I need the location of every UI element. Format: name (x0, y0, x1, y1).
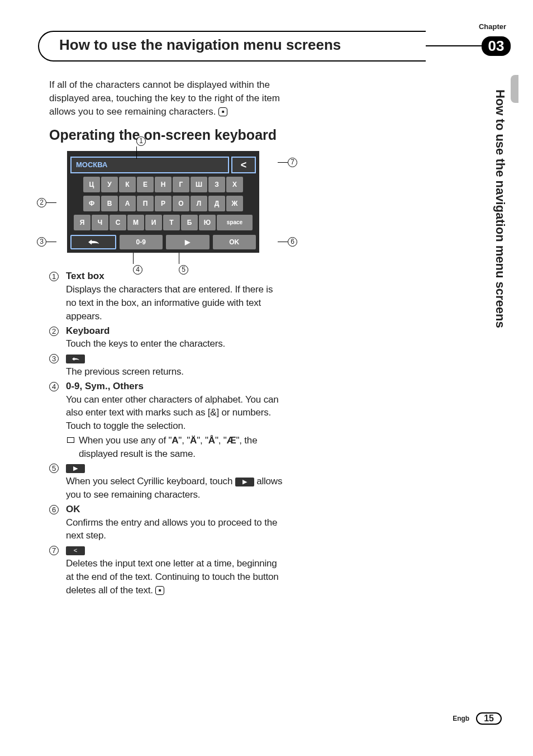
key-Г[interactable]: Г (173, 177, 189, 192)
item-desc: When you select Cyrillic keyboard, touch… (66, 475, 284, 502)
key-Я[interactable]: Я (74, 215, 91, 230)
delete-icon: < (66, 546, 85, 555)
back-button[interactable] (70, 235, 116, 249)
callout-3: 3 (37, 237, 46, 247)
item-title: OK (66, 503, 284, 516)
key-Ф[interactable]: Ф (83, 196, 100, 211)
item-desc: Touch the keys to enter the characters. (66, 337, 284, 351)
key-П[interactable]: П (137, 196, 154, 211)
key-Д[interactable]: Д (208, 196, 225, 211)
list-item: 6OKConfirms the entry and allows you to … (49, 503, 284, 542)
key-Е[interactable]: Е (137, 177, 154, 192)
key-Н[interactable]: Н (155, 177, 172, 192)
page-number: 15 (476, 712, 502, 725)
item-title: 0-9, Sym., Others (66, 380, 284, 393)
item-desc: The previous screen returns. (66, 365, 284, 379)
key-Т[interactable]: Т (163, 215, 180, 230)
item-number: 1 (49, 272, 59, 281)
list-item: 5▶When you select Cyrillic keyboard, tou… (49, 461, 284, 501)
item-note: When you use any of "A", "Ä", "Å", "Æ", … (79, 434, 284, 461)
keyboard-diagram: МОСКВА < ЦУКЕНГШЗХ ФВАПРОЛДЖ ЯЧСМИТБЮspa… (67, 151, 259, 253)
callout-2: 2 (37, 198, 46, 207)
mode-09-button[interactable]: 0-9 (120, 235, 163, 249)
list-item: 1Text boxDisplays the characters that ar… (49, 270, 284, 323)
key-О[interactable]: О (173, 196, 189, 211)
key-У[interactable]: У (101, 177, 118, 192)
delete-button[interactable]: < (231, 157, 256, 173)
key-И[interactable]: И (145, 215, 162, 230)
key-Л[interactable]: Л (191, 196, 207, 211)
chapter-number-badge: 03 (482, 36, 511, 56)
list-item: 40-9, Sym., OthersYou can enter other ch… (49, 380, 284, 461)
item-number: 3 (49, 354, 59, 363)
key-Х[interactable]: Х (226, 177, 243, 192)
list-item: 3The previous screen returns. (49, 352, 284, 379)
item-number: 2 (49, 327, 59, 336)
callout-4: 4 (133, 265, 142, 275)
ok-button[interactable]: OK (213, 235, 256, 249)
chapter-label: Chapter (38, 22, 511, 31)
textbox[interactable]: МОСКВА (70, 157, 229, 173)
key-Ж[interactable]: Ж (226, 196, 243, 211)
section-heading: Operating the on-screen keyboard (49, 127, 284, 143)
item-number: 7 (49, 546, 59, 555)
side-title: How to use the navigation menu screens (493, 89, 507, 328)
item-number: 4 (49, 382, 59, 391)
section-end-icon (218, 107, 227, 116)
more-icon: ▶ (66, 464, 85, 473)
key-Ч[interactable]: Ч (92, 215, 108, 230)
key-А[interactable]: А (119, 196, 136, 211)
callout-5: 5 (179, 265, 188, 275)
note-bullet-icon (67, 437, 74, 443)
callout-1: 1 (136, 136, 146, 146)
key-space[interactable]: space (217, 215, 253, 230)
key-Ю[interactable]: Ю (199, 215, 216, 230)
item-desc: You can enter other characters of alphab… (66, 393, 284, 433)
intro-paragraph: If all of the characters cannot be displ… (49, 78, 284, 118)
key-К[interactable]: К (119, 177, 136, 192)
item-desc: Deletes the input text one letter at a t… (66, 557, 284, 597)
list-item: 2KeyboardTouch the keys to enter the cha… (49, 324, 284, 351)
key-С[interactable]: С (110, 215, 126, 230)
title-connector (426, 45, 482, 46)
list-item: 7<Deletes the input text one letter at a… (49, 544, 284, 597)
item-number: 5 (49, 464, 59, 473)
key-Ш[interactable]: Ш (191, 177, 207, 192)
key-В[interactable]: В (101, 196, 118, 211)
page-title: How to use the navigation menu screens (38, 31, 426, 62)
language-code: Engb (453, 715, 469, 722)
side-tab (511, 75, 518, 103)
back-icon (66, 355, 85, 363)
more-icon: ▶ (235, 478, 254, 486)
item-title: Text box (66, 270, 284, 283)
item-desc: Displays the characters that are entered… (66, 283, 284, 323)
key-М[interactable]: М (127, 215, 144, 230)
key-Б[interactable]: Б (181, 215, 198, 230)
item-number: 6 (49, 505, 59, 514)
key-Ц[interactable]: Ц (83, 177, 100, 192)
more-chars-button[interactable]: ▶ (166, 235, 210, 249)
section-end-icon (155, 586, 164, 595)
item-title: Keyboard (66, 324, 284, 338)
key-З[interactable]: З (208, 177, 225, 192)
key-Р[interactable]: Р (155, 196, 172, 211)
item-desc: Confirms the entry and allows you to pro… (66, 516, 284, 543)
